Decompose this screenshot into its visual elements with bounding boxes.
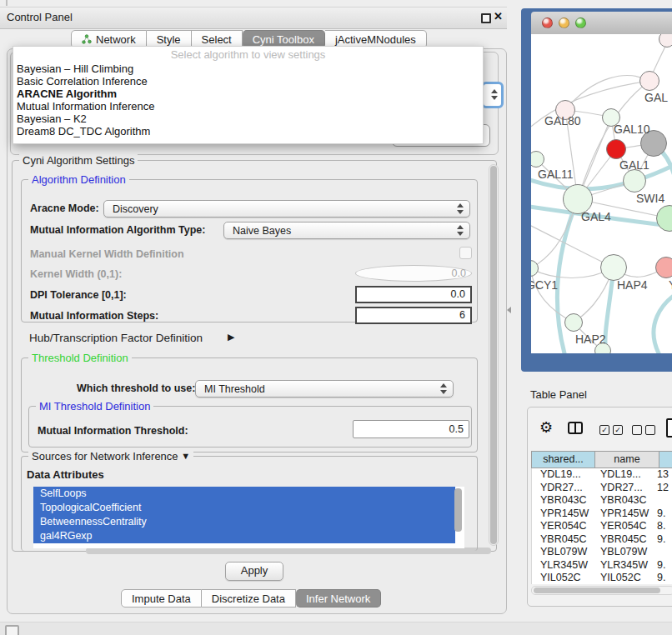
table-row[interactable]: YBR045CYBR045C9.: [532, 533, 672, 547]
table-header-row: shared...nameA: [531, 451, 672, 468]
hub-collapsed-arrow-icon[interactable]: ▶: [228, 332, 234, 342]
node-salmon[interactable]: [655, 257, 672, 278]
manual-kernel-checkbox[interactable]: [459, 247, 472, 259]
table-row[interactable]: YLR345WYLR345W9.: [532, 559, 672, 572]
data-attributes-label: Data Attributes: [27, 468, 104, 481]
focused-combo-fragment: [481, 82, 504, 108]
algorithm-dropdown-placeholder: Select algorithm to view settings: [13, 47, 483, 62]
attributes-list-scrollbar[interactable]: [454, 488, 462, 532]
cyni-algorithm-settings-group: Cyni Algorithm Settings Algorithm Defini…: [12, 160, 497, 552]
table-row[interactable]: YBR043CYBR043C: [532, 494, 672, 508]
table-cell: YLR345W: [532, 559, 592, 572]
algorithm-option-basic-correlation-inference[interactable]: Basic Correlation Inference: [13, 75, 483, 88]
table-row[interactable]: YIL052CYIL052C9.: [532, 572, 672, 584]
attribute-item-selfloops[interactable]: SelfLoops: [33, 487, 455, 501]
node-hap2[interactable]: [564, 313, 583, 332]
table-cell: YER054C: [592, 520, 652, 533]
network-canvas[interactable]: GALGAL80GAL10GAL1GAL11SWI4GAL4GCY1HAP4YH…: [531, 34, 672, 353]
bottom-tabbar: Impute DataDiscretize DataInfer Network: [121, 589, 381, 608]
collapsed-panel-icon[interactable]: [5, 625, 19, 635]
split-columns-icon[interactable]: [568, 422, 583, 434]
sources-group-title: Sources for Network Inference ▼: [28, 450, 193, 462]
close-icon[interactable]: ✕: [494, 10, 503, 22]
unchecked-columns-icon[interactable]: [632, 425, 655, 435]
column-header-shared[interactable]: shared...: [531, 451, 595, 468]
checked-columns-icon[interactable]: ✓✓: [599, 425, 623, 435]
network-view-window: GALGAL80GAL10GAL1GAL11SWI4GAL4GCY1HAP4YH…: [521, 8, 672, 372]
kernel-width-label: Kernel Width (0,1):: [30, 268, 122, 280]
data-attributes-list[interactable]: SelfLoopsTopologicalCoefficientBetweenne…: [33, 487, 464, 548]
attribute-item-gal4rgexp[interactable]: gal4RGexp: [33, 529, 455, 543]
column-header-name[interactable]: name: [595, 451, 659, 468]
network-window-titlebar[interactable]: [531, 12, 672, 35]
table-cell: YPR145W: [592, 508, 652, 521]
node-label-gal80: GAL80: [544, 114, 581, 128]
settings-vertical-scrollbar[interactable]: [489, 164, 499, 546]
combo-spinner-icon: [440, 383, 448, 394]
kernel-width-input[interactable]: 0.0: [355, 265, 472, 282]
top-tab-sliver: [6, 0, 8, 6]
tab-label: Style: [157, 33, 181, 46]
attribute-item-betweennesscentrality[interactable]: BetweennessCentrality: [33, 515, 455, 529]
node-hap4[interactable]: [600, 254, 627, 281]
traffic-zoom-button[interactable]: [575, 18, 586, 28]
table-row[interactable]: YDL19...YDL19...13: [532, 468, 672, 482]
panel-divider-grip[interactable]: [507, 307, 511, 313]
unchecked-box: [632, 425, 642, 435]
table-row[interactable]: YER054CYER054C8.: [532, 520, 672, 533]
algorithm-option-mutual-information-inference[interactable]: Mutual Information Inference: [13, 100, 483, 112]
node-label-y: Y: [669, 278, 672, 292]
table-cell: YLR345W: [592, 559, 652, 572]
apply-button[interactable]: Apply: [225, 562, 283, 581]
table-row[interactable]: YBL079WYBL079W: [532, 546, 672, 559]
table-rows: YDL19...YDL19...13YDR27...YDR27...12YBR0…: [531, 468, 672, 584]
float-window-icon[interactable]: [481, 13, 491, 23]
algorithm-definition-group: Algorithm Definition Aracne Mode: Discov…: [21, 179, 478, 322]
traffic-minimize-button[interactable]: [559, 18, 569, 28]
algorithm-option-bayesian-hill-climbing[interactable]: Bayesian – Hill Climbing: [13, 62, 483, 75]
table-cell: [652, 494, 672, 508]
sources-expanded-arrow-icon[interactable]: ▼: [181, 451, 190, 461]
gear-icon[interactable]: ⚙: [539, 418, 553, 437]
node-label-gal4: GAL4: [581, 210, 611, 223]
table-cell: 9.: [652, 572, 672, 584]
mi-threshold-group-title: MI Threshold Definition: [36, 400, 153, 412]
settings-group-title: Cyni Algorithm Settings: [19, 154, 138, 167]
algorithm-option-bayesian-k2[interactable]: Bayesian – K2: [13, 112, 483, 125]
which-threshold-select[interactable]: MI Threshold: [195, 380, 454, 398]
node-red[interactable]: [606, 139, 626, 159]
node-label-gal1: GAL1: [619, 158, 649, 172]
table-row[interactable]: YDR27...YDR27...12: [532, 482, 672, 495]
node-gal-top-right[interactable]: [639, 71, 659, 91]
combo-spinner-icon: [457, 225, 464, 236]
aracne-mode-select[interactable]: Discovery: [103, 200, 470, 218]
node-gal1[interactable]: [623, 169, 646, 192]
attribute-item-topologicalcoefficient[interactable]: TopologicalCoefficient: [33, 501, 455, 515]
bottom-tab-discretize-data[interactable]: Discretize Data: [202, 589, 296, 608]
table-cell: YBL079W: [532, 546, 592, 559]
traffic-close-button[interactable]: [542, 18, 553, 28]
table-horizontal-scrollbar[interactable]: [531, 586, 672, 595]
table-cell: 9.: [652, 559, 672, 572]
table-cell: YER054C: [532, 520, 592, 533]
table-cell: YPR145W: [532, 508, 592, 521]
table-row[interactable]: YPR145WYPR145W9.: [532, 508, 672, 521]
control-panel-header: Control Panel ✕: [0, 7, 507, 29]
table-cell: 9.: [652, 533, 672, 547]
node-label-gcy1: GCY1: [531, 278, 558, 292]
column-header-a[interactable]: A: [659, 451, 672, 468]
node-label-gal10: GAL10: [614, 122, 650, 136]
table-cell: YDR27...: [592, 482, 652, 495]
mi-threshold-group: MI Threshold Definition Mutual Informati…: [28, 406, 472, 448]
document-icon[interactable]: [666, 418, 672, 438]
threshold-definition-title: Threshold Definition: [28, 352, 132, 364]
combo-spinner-icon: [457, 203, 464, 214]
mi-algorithm-type-select[interactable]: Naive Bayes: [223, 222, 470, 239]
bottom-tab-infer-network[interactable]: Infer Network: [296, 589, 381, 608]
dpi-tolerance-input[interactable]: 0.0: [355, 286, 472, 303]
mi-threshold-input[interactable]: 0.5: [353, 420, 469, 438]
algorithm-option-aracne-algorithm[interactable]: ARACNE Algorithm: [13, 88, 483, 100]
algorithm-option-dream8-dc-tdc-algorithm[interactable]: Dream8 DC_TDC Algorithm: [13, 125, 483, 138]
mi-steps-input[interactable]: 6: [355, 307, 472, 324]
bottom-tab-impute-data[interactable]: Impute Data: [121, 589, 202, 608]
